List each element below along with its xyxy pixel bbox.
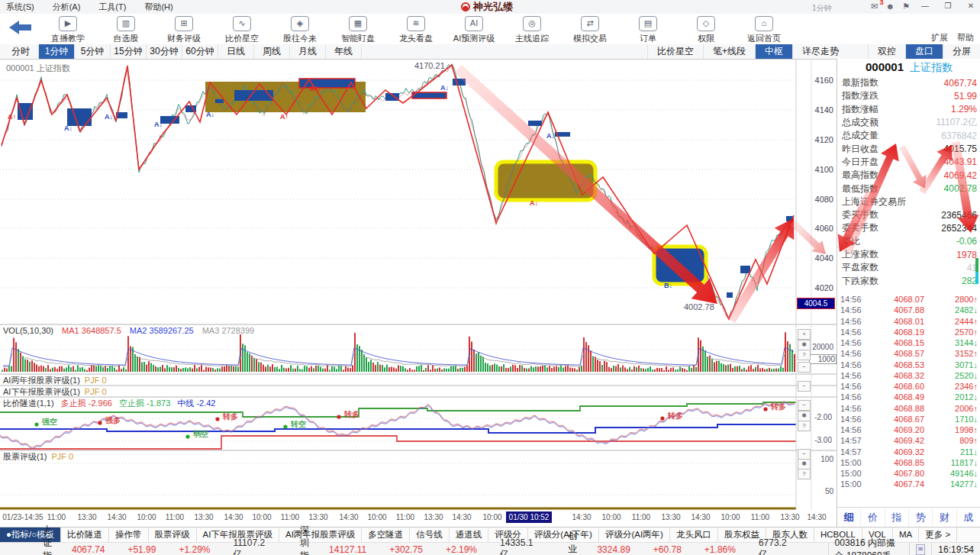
panel-ctrl-collapse-icon-8[interactable]: − [798,449,811,460]
toolbar-button-10[interactable]: ▤订单 [624,15,672,44]
panel-ctrl-add-icon-0[interactable]: + [798,329,811,340]
index-summary-2: 创业板3324.89+60.78+1.86%6773.2亿 [568,524,821,555]
quote-row-7: 最高指数4069.42 [842,169,977,182]
trade-volume: 2570↑ [924,328,978,337]
toolbar-label-3: 比价星空 [225,33,259,44]
trade-row-12: 14:564069.201998↑ [840,424,978,435]
panel-tab-盘口[interactable]: 盘口 [905,44,943,59]
view-tab-笔+线段[interactable]: 笔+线段 [703,44,755,59]
panel-ctrl-collapse-icon-5[interactable]: − [798,400,811,411]
trade-volume: 11817↓ [924,458,978,467]
quote-row-value: -0.06 [956,236,977,247]
main-chart[interactable] [0,59,837,510]
mini-tab-价[interactable]: 价 [861,508,885,527]
period-tab-分时[interactable]: 分时 [3,44,39,59]
toolbar-button-9[interactable]: ⇄模拟交易 [566,15,614,44]
indicator-tab-18[interactable]: 更多 > [919,528,957,543]
trade-price: 4067.88 [869,305,924,315]
quote-row-value: 282 [962,276,977,286]
toolbar-button-3[interactable]: ∿比价星空 [218,15,266,44]
period-tab-30分钟[interactable]: 30分钟 [147,44,182,59]
panel-ctrl-collapse-icon-4[interactable]: − [798,381,811,392]
panel-ctrl-help-icon-2[interactable]: ? [798,350,811,360]
trade-row-14: 14:574069.32211↓ [840,447,978,457]
period-tab-月线[interactable]: 月线 [290,44,326,59]
toolbar-button-6[interactable]: ≋龙头看盘 [392,15,440,44]
trade-volume: 2800↑ [924,295,978,304]
trade-row-13: 14:574069.42809↑ [840,435,978,446]
quote-row-1: 指数涨跌51.99 [842,89,977,102]
mini-tab-势[interactable]: 势 [909,508,933,527]
toolbar-button-7[interactable]: AIAI预测评级 [450,15,498,44]
toolbar-button-8[interactable]: ◎主线追踪 [508,15,556,44]
menu-item-0[interactable]: 系统(S) [6,2,34,11]
menu-item-1[interactable]: 分析(A) [53,2,81,11]
close-button[interactable]: ✕ [963,1,978,11]
toolbar-label-0: 直播教学 [51,33,85,44]
period-tab-年线[interactable]: 年线 [326,44,362,59]
mini-tab-指[interactable]: 指 [885,508,909,527]
panel-tab-分屏[interactable]: 分屏 [943,44,980,59]
trade-time: 14:56 [840,382,869,391]
quote-row-10: 委买手数2365466 [842,208,977,221]
panel-ctrl-collapse-icon-3[interactable]: − [798,362,811,373]
toolbar-button-11[interactable]: ◇权限 [682,15,730,44]
quote-row-label: 委比 [842,235,860,248]
trade-price: 4068.67 [869,415,924,424]
theme-icon[interactable]: ⚑ [902,2,910,11]
view-tab-比价星空[interactable]: 比价星空 [647,44,703,59]
period-tab-60分钟[interactable]: 60分钟 [182,44,218,59]
toolbar-button-5[interactable]: ▦智能盯盘 [334,15,382,44]
index-summary-0: 上证指数4067.74+51.99+1.29%11107.2亿 [43,524,300,555]
toolbar-button-12[interactable]: ⌂返回首页 [740,15,788,44]
toolbar-link-1[interactable]: 帮助 [957,32,974,44]
mini-tab-财[interactable]: 财 [933,508,956,527]
x-label-18: 14:30 [565,513,598,521]
index-name: 创业板 [568,530,577,555]
smart-monitor-icon: ▦ [349,16,367,31]
trade-row-5: 14:564068.573152↑ [840,348,978,359]
panel-ctrl-help-icon-7[interactable]: ? [798,421,811,431]
toolbar-button-0[interactable]: ▶直播教学 [44,15,92,44]
view-tab-详尽走势[interactable]: 详尽走势 [792,44,848,59]
menu-item-3[interactable]: 帮助(H) [144,2,172,11]
watchlist-icon: ▥ [117,16,135,31]
minimize-button[interactable]: — [917,1,933,11]
menu-item-2[interactable]: 工具(T) [98,2,126,11]
period-tab-15分钟[interactable]: 15分钟 [111,44,147,59]
mini-tab-细[interactable]: 细 [837,508,861,527]
trade-time: 15:00 [840,469,869,478]
tab-gap [848,44,868,59]
user-icon[interactable]: ☻ [886,2,895,11]
trade-price: 4069.32 [869,447,924,457]
view-tab-中枢[interactable]: 中枢 [755,44,792,59]
toolbar-link-0[interactable]: 扩展 [931,32,948,44]
panel-tab-双控[interactable]: 双控 [868,44,905,59]
panel-ctrl-settings-icon-6[interactable]: ✱ [798,411,811,421]
status-mail-icon[interactable]: ✉ [916,544,925,555]
trade-tape[interactable]: 14:564068.072800↑14:564067.882482↓14:564… [840,294,978,490]
period-tab-日线[interactable]: 日线 [218,44,254,59]
interval-label: 1分钟 [812,3,832,14]
period-tab-1分钟[interactable]: 1分钟 [39,44,75,59]
trade-volume: 211↓ [924,447,978,457]
toolbar-button-4[interactable]: ◈股往今来 [276,15,324,44]
trade-volume: 2444↑ [924,317,978,326]
trade-row-0: 14:564068.072800↑ [840,294,978,305]
toolbar-button-2[interactable]: ⊞财务评级 [160,15,208,44]
mini-tab-成[interactable]: 成 [957,508,980,527]
mail-icon[interactable]: ✉3 [871,2,878,11]
period-tab-周线[interactable]: 周线 [254,44,290,59]
quote-row-label: 指数涨跌 [842,89,878,102]
maximize-button[interactable]: ❐ [940,1,956,11]
toolbar-button-1[interactable]: ▥自选股 [102,15,150,44]
matching-info: 003816 内部撮合 1878060手 [835,537,903,555]
trade-time: 14:56 [840,295,869,304]
period-tab-5分钟[interactable]: 5分钟 [75,44,111,59]
quote-row-value: 1.29% [951,104,977,115]
sim-trade-icon: ⇄ [581,16,599,31]
panel-ctrl-settings-icon-9[interactable]: ✱ [798,459,811,469]
back-button[interactable] [9,20,32,35]
panel-ctrl-settings-icon-1[interactable]: ✱ [798,340,811,350]
panel-ctrl-help-icon-10[interactable]: ? [798,469,811,479]
